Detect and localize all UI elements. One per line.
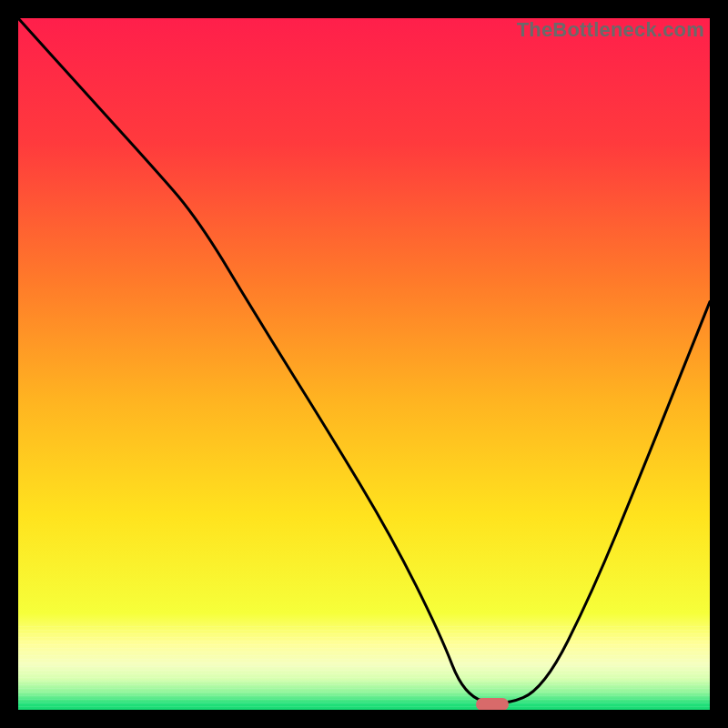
bottleneck-curve	[18, 18, 710, 710]
watermark-text: TheBottleneck.com	[517, 18, 704, 42]
chart-frame: TheBottleneck.com	[0, 0, 728, 728]
plot-area: TheBottleneck.com	[18, 18, 710, 710]
optimal-marker	[476, 698, 509, 710]
curve-path	[18, 18, 710, 703]
